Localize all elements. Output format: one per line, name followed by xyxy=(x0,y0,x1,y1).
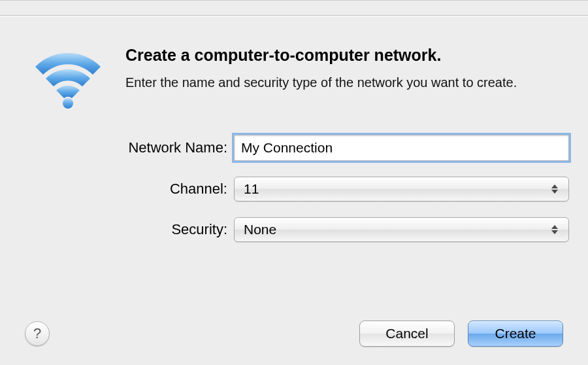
create-button[interactable]: Create xyxy=(468,321,563,347)
channel-select[interactable]: 11 xyxy=(234,177,569,201)
svg-point-0 xyxy=(63,98,73,109)
header-text: Create a computer-to-computer network. E… xyxy=(125,46,563,92)
help-icon: ? xyxy=(33,325,41,342)
create-network-dialog: Create a computer-to-computer network. E… xyxy=(0,0,588,365)
channel-value: 11 xyxy=(244,181,259,197)
dialog-footer: ? Cancel Create xyxy=(25,321,563,347)
stepper-icon xyxy=(551,221,562,238)
dialog-header: Create a computer-to-computer network. E… xyxy=(25,46,563,113)
help-button[interactable]: ? xyxy=(25,321,50,346)
stepper-icon xyxy=(551,181,562,198)
channel-label: Channel: xyxy=(25,181,234,198)
wifi-icon xyxy=(29,47,107,113)
network-name-input[interactable] xyxy=(234,135,569,161)
cancel-button[interactable]: Cancel xyxy=(359,321,455,347)
security-select[interactable]: None xyxy=(234,217,569,242)
top-divider xyxy=(0,15,588,16)
dialog-title: Create a computer-to-computer network. xyxy=(125,46,557,65)
security-value: None xyxy=(244,222,276,237)
security-label: Security: xyxy=(25,221,234,238)
form: Network Name: Channel: 11 Security: None xyxy=(25,135,563,242)
network-name-label: Network Name: xyxy=(25,139,234,156)
dialog-subtitle: Enter the name and security type of the … xyxy=(125,74,557,92)
